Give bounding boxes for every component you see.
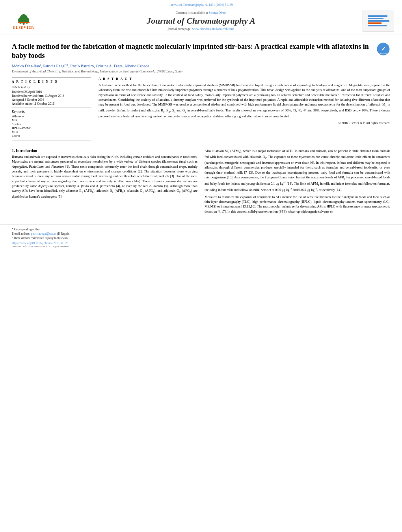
keyword-hplc: HPLC–MS/MS bbox=[12, 126, 91, 130]
keyword-aflatoxin: Aflatoxin bbox=[12, 115, 91, 118]
online-date: Available online 11 October 2016 bbox=[12, 102, 91, 106]
accepted-date: Accepted 8 October 2016 bbox=[12, 98, 91, 102]
article-info-title: A R T I C L E I N F O bbox=[12, 80, 91, 83]
svg-text:✓: ✓ bbox=[381, 46, 386, 52]
affiliation: Department of Analytical Chemistry, Nutr… bbox=[12, 69, 390, 73]
sciencedirect-link[interactable]: ScienceDirect bbox=[209, 11, 227, 15]
journal-title-center: Contents lists available at ScienceDirec… bbox=[39, 11, 363, 31]
logo-line-5 bbox=[368, 25, 387, 26]
page-wrapper: Journal of Chromatography A, 1471 (2016)… bbox=[0, 0, 402, 532]
body-left-col: 1. Introduction Humans and animals are e… bbox=[12, 148, 197, 216]
body-columns: 1. Introduction Humans and animals are e… bbox=[12, 148, 390, 216]
article-info-box: A R T I C L E I N F O Article history: R… bbox=[12, 77, 91, 141]
journal-top-citation: Journal of Chromatography A, 1471 (2016)… bbox=[8, 3, 394, 7]
copyright-line: © 2016 Elsevier B.V. All rights reserved… bbox=[99, 121, 390, 125]
logo-line-2 bbox=[368, 18, 383, 19]
journal-logo-lines bbox=[366, 14, 391, 28]
received-date: Received 26 April 2016 bbox=[12, 90, 91, 94]
article-footer: * Corresponding author. E-mail address: … bbox=[0, 224, 402, 250]
body-right-col: Also aflatoxin M1 (AFM1), which is a maj… bbox=[205, 148, 390, 216]
elsevier-tree-icon bbox=[16, 12, 32, 26]
keyword-stirbar: Stir-bar bbox=[12, 122, 91, 126]
homepage-line: journal homepage: www.elsevier.com/locat… bbox=[39, 27, 363, 31]
email-note: E-mail address: patricia.regal@usc.es (P… bbox=[12, 232, 390, 235]
info-divider bbox=[12, 108, 91, 108]
revised-date: Received in revised form 13 August 2016 bbox=[12, 94, 91, 98]
intro-right-text2: Measures to minimize the exposure of con… bbox=[205, 195, 390, 214]
email-link[interactable]: patricia.regal@usc.es bbox=[31, 232, 56, 235]
article-content: A facile method for the fabrication of m… bbox=[0, 35, 402, 220]
logo-line-4 bbox=[368, 22, 382, 24]
abstract-title: A B S T R A C T bbox=[99, 77, 390, 81]
article-history-label: Article history: bbox=[12, 85, 91, 89]
keyword-mip: MIP bbox=[12, 119, 91, 122]
contents-line: Contents lists available at ScienceDirec… bbox=[39, 11, 363, 15]
article-title: A facile method for the fabrication of m… bbox=[12, 42, 376, 61]
doi-line[interactable]: http://dx.doi.org/10.1016/j.chroma.2016.… bbox=[12, 241, 390, 245]
abstract-column: A B S T R A C T A fast and facile method… bbox=[99, 77, 390, 141]
elsevier-brand-text: ELSEVIER bbox=[13, 26, 34, 30]
intro-left-text: Humans and animals are exposed to numero… bbox=[12, 154, 197, 199]
issn-line: 0021-9673/© 2016 Elsevier B.V. All right… bbox=[12, 245, 390, 248]
journal-main-title: Journal of Chromatography A bbox=[39, 16, 363, 26]
homepage-url[interactable]: www.elsevier.com/locate/chroma bbox=[192, 27, 234, 31]
keyword-cereal: Cereal bbox=[12, 134, 91, 138]
journal-header: Journal of Chromatography A, 1471 (2016)… bbox=[0, 0, 402, 35]
crossmark-icon: ✓ CrossMark bbox=[376, 42, 390, 56]
article-title-section: A facile method for the fabrication of m… bbox=[12, 39, 390, 61]
keywords-label: Keywords: bbox=[12, 110, 91, 113]
svg-text:CrossMark: CrossMark bbox=[379, 52, 388, 54]
authors: Mónica Díaz-Bao1, Patricia Regal*,1, Roc… bbox=[12, 64, 390, 68]
section-divider bbox=[12, 145, 390, 145]
equal-contribution-note: ¹ These authors contributed equally to t… bbox=[12, 236, 390, 240]
keyword-milk: Milk bbox=[12, 130, 91, 134]
info-abstract-row: A R T I C L E I N F O Article history: R… bbox=[12, 77, 390, 141]
section1-heading: 1. Introduction bbox=[12, 148, 197, 153]
logo-line-1 bbox=[368, 15, 387, 17]
corresponding-author-note: * Corresponding author. bbox=[12, 228, 390, 231]
abstract-text: A fast and facile method for the fabrica… bbox=[99, 83, 390, 119]
journal-cover-image bbox=[363, 10, 394, 32]
elsevier-logo: ELSEVIER bbox=[8, 10, 39, 32]
logo-line-3 bbox=[368, 20, 389, 22]
article-info-column: A R T I C L E I N F O Article history: R… bbox=[12, 77, 91, 141]
svg-rect-4 bbox=[18, 22, 30, 23]
intro-right-text1: Also aflatoxin M1 (AFM1), which is a maj… bbox=[205, 148, 390, 192]
